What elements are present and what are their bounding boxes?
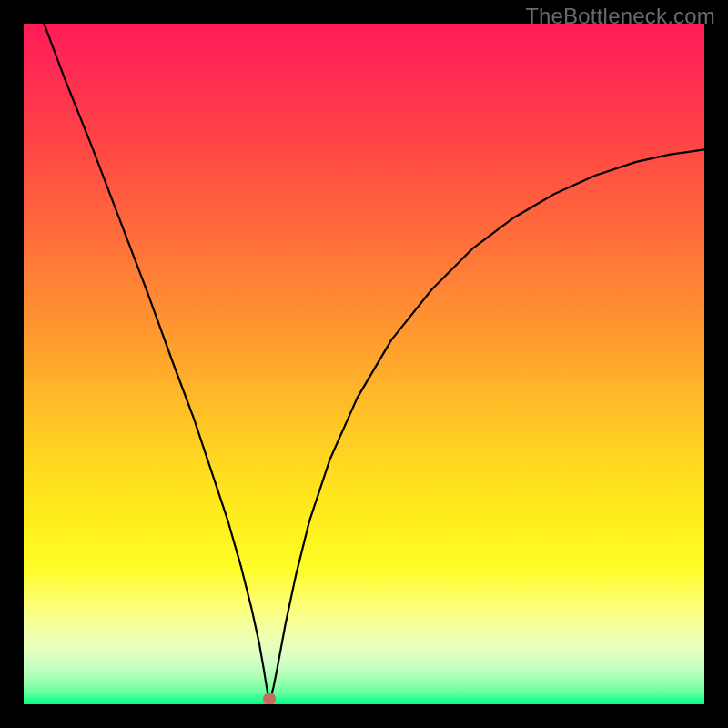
curve-minimum-marker: [263, 693, 276, 704]
curve-svg: [24, 24, 704, 704]
watermark-text: TheBottleneck.com: [525, 4, 715, 29]
chart-container: TheBottleneck.com: [0, 0, 728, 728]
bottleneck-curve: [44, 24, 704, 698]
plot-area: [24, 24, 704, 704]
